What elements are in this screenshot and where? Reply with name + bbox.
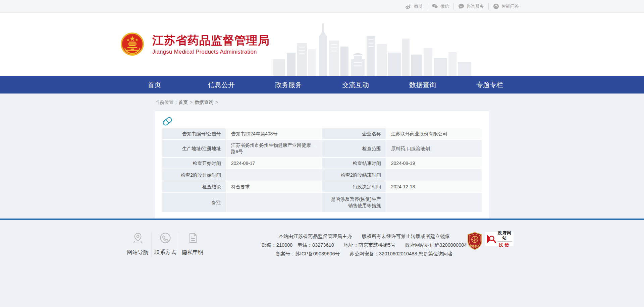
badge-find-error-label: 找错 bbox=[497, 241, 512, 248]
site-footer: 网站导航 联系方式 隐私申明 本站由江 bbox=[0, 220, 644, 307]
national-emblem-icon bbox=[121, 33, 144, 56]
field-label: 是否涉及暂停(恢复)生产销售使用等措施 bbox=[322, 193, 386, 212]
topbar-item-weibo[interactable]: 微博 bbox=[401, 3, 427, 10]
field-value bbox=[386, 193, 482, 212]
field-value bbox=[226, 169, 322, 181]
inspection-detail-table: 告知书编号/公告号 告知书2024年第408号 企业名称 江苏联环药业股份有限公… bbox=[162, 128, 482, 212]
breadcrumb-link-data-query[interactable]: 数据查询 bbox=[195, 100, 213, 105]
top-utility-bar: 微博 微信 咨询服务 智能问答 bbox=[0, 0, 644, 13]
site-subtitle: Jiangsu Medical Products Administration bbox=[152, 49, 270, 55]
topbar-item-label: 微博 bbox=[414, 3, 423, 9]
field-value: 2024-08-17 bbox=[226, 158, 322, 169]
footer-line-contact: 邮编：210008 电话：83273610 地址：南京市鼓楼街5号 政府网站标识… bbox=[262, 241, 467, 249]
map-pin-icon bbox=[132, 232, 144, 244]
field-label: 告知书编号/公告号 bbox=[162, 128, 226, 139]
breadcrumb-separator: > bbox=[215, 100, 218, 105]
breadcrumb-prefix: 当前位置： bbox=[155, 100, 178, 105]
wechat-icon bbox=[432, 4, 438, 9]
field-label: 企业名称 bbox=[322, 128, 386, 139]
field-value: 原料药,口服溶液剂 bbox=[386, 139, 482, 158]
table-row: 检查2阶段开始时间 检查2阶段结束时间 bbox=[162, 169, 482, 181]
breadcrumb-separator: > bbox=[190, 100, 193, 105]
site-logo[interactable]: 江苏省药品监督管理局 Jiangsu Medical Products Admi… bbox=[121, 33, 270, 56]
breadcrumb-link-home[interactable]: 首页 bbox=[178, 100, 188, 105]
topbar-item-label: 智能问答 bbox=[501, 3, 519, 9]
field-value: 2024-12-13 bbox=[386, 181, 482, 193]
topbar-item-smart-qa[interactable]: 智能问答 bbox=[488, 3, 523, 10]
field-label: 检查2阶段结束时间 bbox=[322, 169, 386, 181]
result-panel: 告知书编号/公告号 告知书2024年第408号 企业名称 江苏联环药业股份有限公… bbox=[155, 111, 489, 219]
nav-item-info-disclosure[interactable]: 信息公开 bbox=[188, 76, 255, 94]
main-nav: 首页 信息公开 政务服务 交流互动 数据查询 专题专栏 bbox=[0, 76, 644, 94]
topbar-item-consult[interactable]: 咨询服务 bbox=[453, 3, 488, 10]
table-row: 生产地址/注册地址 江苏省扬州市扬州生物健康产业园健康一路9号 检查范围 原料药… bbox=[162, 139, 482, 158]
nav-item-gov-services[interactable]: 政务服务 bbox=[255, 76, 322, 94]
pill-icon bbox=[162, 115, 173, 127]
field-label: 检查2阶段开始时间 bbox=[162, 169, 226, 181]
footer-link-label: 隐私申明 bbox=[179, 249, 206, 256]
field-value: 符合要求 bbox=[226, 181, 322, 193]
badge-shield-label: 党政机关 bbox=[469, 244, 480, 247]
field-value bbox=[386, 169, 482, 181]
main-content: 当前位置：首页>数据查询> 告知书编号/公告号 告知书2024年第408号 企业… bbox=[0, 94, 644, 219]
gov-site-error-report-badge[interactable]: 政府网站 找错 bbox=[485, 232, 514, 246]
field-label: 行政决定时间 bbox=[322, 181, 386, 193]
field-label: 备注 bbox=[162, 193, 226, 212]
field-label: 生产地址/注册地址 bbox=[162, 139, 226, 158]
privacy-doc-icon bbox=[187, 232, 199, 244]
footer-badges: 党政机关 政府网站 找错 bbox=[467, 232, 514, 251]
field-label: 检查结束时间 bbox=[322, 158, 386, 169]
field-value: 江苏省扬州市扬州生物健康产业园健康一路9号 bbox=[226, 139, 322, 158]
weibo-icon bbox=[405, 4, 412, 9]
footer-info-text: 本站由江苏省药品监督管理局主办 版权所有未经许可禁止转载或者建立镜像 邮编：21… bbox=[262, 232, 467, 258]
table-row: 告知书编号/公告号 告知书2024年第408号 企业名称 江苏联环药业股份有限公… bbox=[162, 128, 482, 139]
topbar-item-label: 微信 bbox=[440, 3, 449, 9]
field-label: 检查范围 bbox=[322, 139, 386, 158]
field-value: 2024-08-19 bbox=[386, 158, 482, 169]
table-row: 检查开始时间 2024-08-17 检查结束时间 2024-08-19 bbox=[162, 158, 482, 169]
footer-line-icp: 备案号：苏ICP备09039606号 苏公网安备：32010602010488 … bbox=[262, 249, 467, 258]
badge-gov-site-label: 政府网站 bbox=[497, 231, 512, 241]
footer-line-host: 本站由江苏省药品监督管理局主办 版权所有未经许可禁止转载或者建立镜像 bbox=[262, 232, 467, 241]
footer-link-site-map[interactable]: 网站导航 bbox=[124, 232, 151, 257]
footer-link-privacy[interactable]: 隐私申明 bbox=[179, 232, 206, 257]
error-report-magnifier-icon bbox=[486, 234, 496, 244]
topbar-item-label: 咨询服务 bbox=[467, 3, 484, 9]
site-header: 江苏省药品监督管理局 Jiangsu Medical Products Admi… bbox=[0, 13, 644, 76]
field-value bbox=[226, 193, 322, 212]
robot-qa-icon bbox=[493, 3, 499, 9]
nav-item-home[interactable]: 首页 bbox=[121, 76, 188, 94]
footer-link-label: 联系方式 bbox=[152, 249, 179, 256]
chat-service-icon bbox=[458, 3, 464, 9]
topbar-item-wechat[interactable]: 微信 bbox=[427, 3, 453, 10]
table-row: 备注 是否涉及暂停(恢复)生产销售使用等措施 bbox=[162, 193, 482, 212]
party-gov-badge[interactable]: 党政机关 bbox=[467, 232, 483, 251]
nav-item-interaction[interactable]: 交流互动 bbox=[322, 76, 389, 94]
field-label: 检查结论 bbox=[162, 181, 226, 193]
footer-link-contact[interactable]: 联系方式 bbox=[151, 232, 179, 257]
footer-link-group: 网站导航 联系方式 隐私申明 bbox=[124, 232, 206, 257]
nav-item-data-query[interactable]: 数据查询 bbox=[389, 76, 456, 94]
field-value: 江苏联环药业股份有限公司 bbox=[386, 128, 482, 139]
footer-link-label: 网站导航 bbox=[124, 249, 151, 256]
phone-icon bbox=[159, 232, 171, 244]
site-title: 江苏省药品监督管理局 bbox=[152, 34, 270, 47]
nav-item-special-columns[interactable]: 专题专栏 bbox=[456, 76, 523, 94]
field-value: 告知书2024年第408号 bbox=[226, 128, 322, 139]
table-row: 检查结论 符合要求 行政决定时间 2024-12-13 bbox=[162, 181, 482, 193]
field-label: 检查开始时间 bbox=[162, 158, 226, 169]
breadcrumb: 当前位置：首页>数据查询> bbox=[155, 94, 489, 111]
city-skyline-watermark bbox=[273, 23, 475, 76]
